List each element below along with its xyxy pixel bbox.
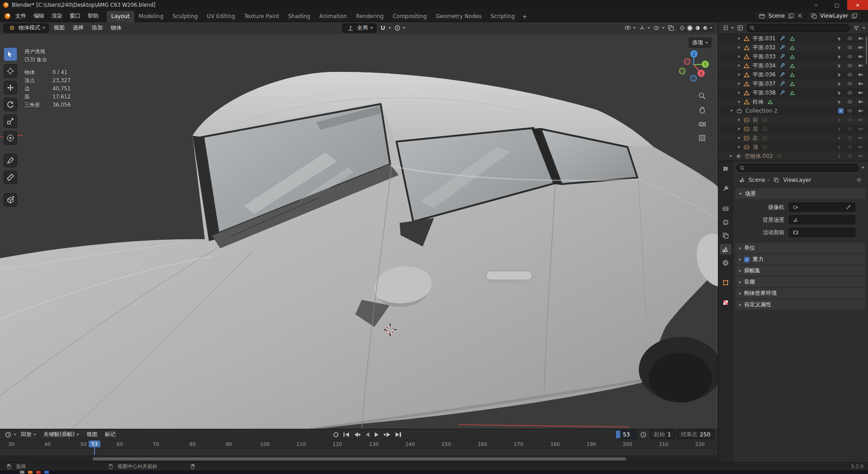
timeline-editor-type-dropdown[interactable] (4, 430, 16, 439)
render-camera-icon[interactable] (856, 70, 865, 79)
visibility-dropdown[interactable] (623, 24, 636, 33)
outliner-row[interactable]: 平面.034 (718, 61, 868, 70)
maximize-button[interactable]: □ (826, 0, 847, 10)
new-viewlayer-icon[interactable] (850, 11, 859, 20)
outliner-editor-type-dropdown[interactable] (721, 24, 734, 33)
taskbar-app-icon[interactable] (44, 471, 49, 474)
shading-rendered-button[interactable] (702, 25, 708, 31)
workspace-tab-layout[interactable]: Layout (107, 11, 134, 22)
shading-wireframe-button[interactable] (679, 25, 685, 31)
mesh-data-icon[interactable] (788, 79, 797, 88)
outliner-row[interactable]: 柱体 (718, 97, 868, 106)
expand-icon[interactable] (738, 37, 740, 40)
eye-icon[interactable] (845, 152, 854, 161)
expand-icon[interactable] (738, 91, 740, 94)
tab-view-layer[interactable] (720, 230, 731, 241)
selectable-icon[interactable] (835, 88, 844, 97)
outliner-row[interactable]: 平面.038 (718, 88, 868, 97)
chevron-down-icon[interactable] (403, 27, 406, 29)
proportional-edit-icon[interactable] (393, 24, 402, 33)
gizmos-dropdown[interactable] (637, 24, 650, 33)
eyedropper-icon[interactable] (844, 203, 853, 212)
pin-icon[interactable] (854, 175, 863, 185)
annotate-tool[interactable] (4, 154, 17, 167)
overlays-dropdown[interactable] (652, 24, 665, 33)
eye-icon[interactable] (845, 133, 854, 142)
outliner-row[interactable]: 平面.036 (718, 70, 868, 79)
pan-hand-icon[interactable] (697, 105, 707, 115)
magnet-icon[interactable] (378, 24, 387, 33)
panel-gravity[interactable]: ✓重力 (736, 254, 865, 265)
eye-icon[interactable] (845, 79, 854, 88)
next-keyframe-button[interactable] (382, 431, 392, 439)
selectable-icon[interactable] (835, 142, 844, 152)
eye-icon[interactable] (845, 88, 854, 97)
mode-dropdown[interactable]: 物体模式 (4, 24, 49, 33)
workspace-tab-animation[interactable]: Animation (315, 11, 351, 22)
windows-taskbar[interactable] (0, 470, 868, 474)
taskbar-app-icon[interactable] (36, 471, 41, 474)
breadcrumb-viewlayer[interactable]: ViewLayer (783, 177, 811, 183)
outliner-row[interactable]: 平面.033 (718, 52, 868, 61)
render-camera-icon[interactable] (856, 133, 865, 142)
outliner-row[interactable]: 空物体.002 (718, 152, 868, 161)
outliner-row[interactable]: 后 (718, 124, 868, 133)
blender-menu-icon[interactable] (3, 11, 12, 20)
breadcrumb-scene[interactable]: Scene (749, 177, 765, 183)
play-reverse-button[interactable] (364, 431, 371, 439)
timeline-track-area[interactable]: 30 40 50 60 70 80 90 100 110 120 130 140… (0, 440, 718, 462)
render-camera-icon[interactable] (856, 115, 865, 124)
properties-search-input[interactable] (746, 165, 856, 171)
modifier-icon[interactable] (778, 52, 787, 61)
menu-file[interactable]: 文件 (12, 10, 30, 22)
expand-icon[interactable] (738, 46, 740, 49)
image-data-icon[interactable] (775, 152, 784, 161)
filter-icon[interactable] (852, 24, 861, 33)
expand-icon[interactable] (738, 128, 740, 130)
expand-icon[interactable] (738, 82, 740, 85)
workspace-tab-shading[interactable]: Shading (283, 11, 315, 22)
tab-render[interactable] (720, 203, 731, 214)
taskbar-app-icon[interactable] (28, 471, 33, 474)
tab-object[interactable] (720, 277, 731, 288)
add-workspace-button[interactable]: + (519, 11, 530, 22)
mesh-data-icon[interactable] (788, 34, 797, 43)
outliner-scrollbar[interactable] (866, 37, 867, 65)
timeline-scrollbar-track[interactable] (0, 455, 718, 462)
scene-browse-icon[interactable] (791, 215, 800, 224)
orthographic-toggle-icon[interactable] (697, 133, 707, 143)
expand-icon[interactable] (738, 137, 740, 139)
tab-texture[interactable] (720, 297, 731, 308)
expand-icon[interactable] (738, 118, 740, 121)
mesh-data-icon[interactable] (788, 70, 797, 79)
render-camera-icon[interactable] (856, 79, 865, 88)
chevron-down-icon[interactable] (710, 27, 712, 29)
expand-icon[interactable] (738, 100, 740, 103)
gravity-checkbox[interactable]: ✓ (744, 257, 750, 262)
workspace-tab-sculpting[interactable]: Sculpting (168, 11, 202, 22)
eye-icon[interactable] (845, 106, 854, 115)
render-camera-icon[interactable] (856, 88, 865, 97)
viewport-canvas[interactable]: 用户透视 (53) 集合 物体0 / 41 顶点23,327 边40,751 面… (0, 34, 718, 429)
cursor-tool[interactable] (4, 64, 17, 78)
frame-start-field[interactable]: 起始1 (650, 430, 675, 439)
menu-help[interactable]: 帮助 (84, 10, 102, 22)
camera-view-icon[interactable] (697, 119, 707, 129)
eye-icon[interactable] (845, 52, 854, 61)
render-camera-icon[interactable] (856, 142, 865, 152)
render-camera-icon[interactable] (856, 124, 865, 133)
viewport-options-button[interactable]: 选项 (689, 38, 712, 48)
move-tool[interactable] (4, 81, 17, 95)
render-camera-icon[interactable] (856, 52, 865, 61)
add-cube-tool[interactable] (4, 193, 17, 207)
rotate-tool[interactable] (4, 98, 17, 111)
modifier-icon[interactable] (778, 43, 787, 52)
modifier-icon[interactable] (778, 34, 787, 43)
panel-audio[interactable]: 音频 (736, 277, 865, 287)
shading-solid-button[interactable] (687, 25, 693, 31)
playhead-frame-badge[interactable]: 53 (89, 441, 100, 447)
eye-icon[interactable] (845, 142, 854, 152)
panel-rigid-body-world[interactable]: 刚体世界环境 (736, 288, 865, 299)
viewport-menu-select[interactable]: 选择 (70, 23, 87, 33)
expand-icon[interactable] (738, 64, 740, 67)
